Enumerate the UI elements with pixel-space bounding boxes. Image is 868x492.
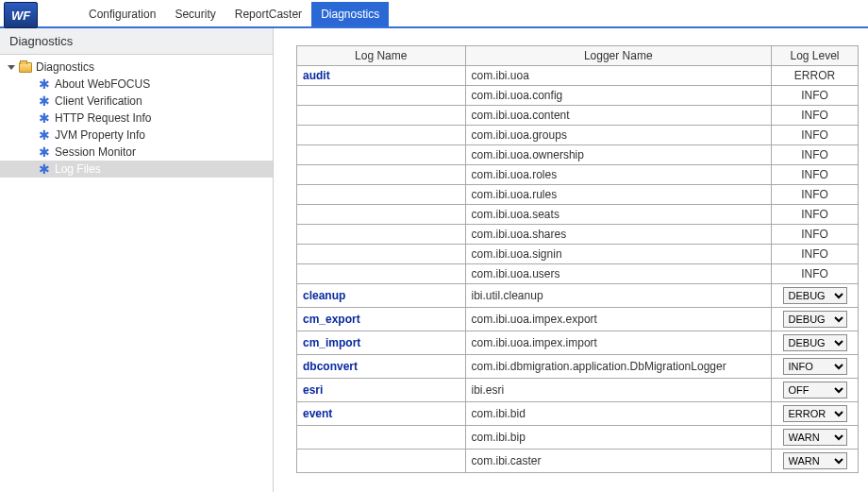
folder-icon (19, 62, 32, 73)
cell-logger-name: ibi.util.cleanup (465, 284, 772, 308)
app-logo: WF (4, 2, 38, 28)
tree-item[interactable]: About WebFOCUS (0, 76, 273, 93)
cell-log-name (297, 264, 466, 284)
log-level-select[interactable]: OFFERRORWARNINFODEBUGTRACE (783, 382, 847, 399)
tree-item-label: Log Files (55, 162, 101, 176)
log-level-select[interactable]: OFFERRORWARNINFODEBUGTRACE (783, 429, 847, 446)
cell-log-name (297, 205, 466, 225)
cell-log-name (297, 426, 466, 450)
cell-log-level: INFO (772, 225, 859, 245)
tree-item-label: HTTP Request Info (55, 111, 152, 125)
table-header-row: Log Name Logger Name Log Level (297, 46, 859, 66)
cell-logger-name: com.ibi.uoa.shares (465, 225, 772, 245)
cell-log-level: OFFERRORWARNINFODEBUGTRACE (772, 331, 859, 355)
cell-log-name (297, 145, 466, 165)
cell-log-name: cm_export (297, 308, 466, 331)
table-row: com.ibi.uoa.signinINFO (297, 245, 859, 264)
cell-log-level: INFO (772, 205, 859, 225)
cell-log-name: cleanup (297, 284, 466, 308)
cell-log-name: event (297, 402, 466, 426)
cell-log-level: INFO (772, 106, 859, 126)
col-header-log-name: Log Name (297, 46, 466, 66)
gear-icon (38, 94, 51, 108)
tree-item[interactable]: HTTP Request Info (0, 110, 273, 127)
col-header-log-level: Log Level (772, 46, 859, 66)
table-row: com.ibi.uoa.rulesINFO (297, 185, 859, 205)
menu-item-security[interactable]: Security (165, 2, 225, 26)
cell-logger-name: com.ibi.uoa.seats (465, 205, 772, 225)
cell-log-level: OFFERRORWARNINFODEBUGTRACE (772, 426, 859, 450)
cell-logger-name: com.ibi.uoa.groups (465, 126, 772, 145)
table-row: com.ibi.uoa.sharesINFO (297, 225, 859, 245)
gear-icon (38, 77, 51, 91)
tree-root[interactable]: Diagnostics (0, 59, 273, 76)
table-row: com.ibi.uoa.groupsINFO (297, 126, 859, 145)
log-table: Log Name Logger Name Log Level auditcom.… (296, 45, 859, 473)
table-row: cm_importcom.ibi.uoa.impex.importOFFERRO… (297, 331, 859, 355)
cell-logger-name: com.ibi.uoa.impex.import (465, 331, 772, 355)
menu-item-diagnostics[interactable]: Diagnostics (311, 2, 389, 26)
sidebar-title: Diagnostics (0, 28, 273, 55)
cell-logger-name: com.ibi.uoa.users (465, 264, 772, 284)
table-row: com.ibi.uoa.seatsINFO (297, 205, 859, 225)
menu-item-reportcaster[interactable]: ReportCaster (225, 2, 311, 26)
log-level-select[interactable]: OFFERRORWARNINFODEBUGTRACE (783, 358, 847, 375)
cell-log-level: INFO (772, 86, 859, 106)
cell-log-name (297, 126, 466, 145)
cell-log-level: INFO (772, 185, 859, 205)
cell-log-name (297, 185, 466, 205)
cell-logger-name: com.ibi.uoa.ownership (465, 145, 772, 165)
cell-log-level: INFO (772, 165, 859, 185)
table-row: dbconvertcom.ibi.dbmigration.application… (297, 355, 859, 379)
cell-log-name (297, 165, 466, 185)
table-row: eventcom.ibi.bidOFFERRORWARNINFODEBUGTRA… (297, 402, 859, 426)
cell-log-name (297, 225, 466, 245)
cell-log-level: OFFERRORWARNINFODEBUGTRACE (772, 284, 859, 308)
chevron-down-icon (8, 65, 15, 70)
table-row: cm_exportcom.ibi.uoa.impex.exportOFFERRO… (297, 308, 859, 331)
top-bar: WF ConfigurationSecurityReportCasterDiag… (0, 0, 868, 28)
log-level-select[interactable]: OFFERRORWARNINFODEBUGTRACE (783, 452, 847, 469)
cell-logger-name: com.ibi.bid (465, 402, 772, 426)
cell-log-level: OFFERRORWARNINFODEBUGTRACE (772, 402, 859, 426)
cell-logger-name: com.ibi.bip (465, 426, 772, 450)
tree-item[interactable]: JVM Property Info (0, 127, 273, 144)
cell-log-name: dbconvert (297, 355, 466, 379)
log-level-select[interactable]: OFFERRORWARNINFODEBUGTRACE (783, 287, 847, 304)
gear-icon (38, 128, 51, 142)
table-row: com.ibi.uoa.usersINFO (297, 264, 859, 284)
log-level-select[interactable]: OFFERRORWARNINFODEBUGTRACE (783, 405, 847, 422)
cell-log-name (297, 245, 466, 264)
cell-log-level: INFO (772, 264, 859, 284)
log-level-select[interactable]: OFFERRORWARNINFODEBUGTRACE (783, 334, 847, 351)
tree-item[interactable]: Log Files (0, 161, 273, 178)
tree-item[interactable]: Client Verification (0, 93, 273, 110)
cell-log-name: audit (297, 66, 466, 86)
cell-log-level: INFO (772, 145, 859, 165)
cell-log-level: OFFERRORWARNINFODEBUGTRACE (772, 450, 859, 473)
cell-logger-name: com.ibi.uoa.config (465, 86, 772, 106)
cell-logger-name: com.ibi.uoa (465, 66, 772, 86)
main-panel: Log Name Logger Name Log Level auditcom.… (274, 28, 868, 492)
cell-logger-name: com.ibi.caster (465, 450, 772, 473)
cell-logger-name: com.ibi.uoa.impex.export (465, 308, 772, 331)
table-row: com.ibi.casterOFFERRORWARNINFODEBUGTRACE (297, 450, 859, 473)
cell-log-name (297, 450, 466, 473)
sidebar: Diagnostics Diagnostics About WebFOCUSCl… (0, 28, 274, 492)
tree-item-label: About WebFOCUS (55, 77, 150, 91)
cell-log-level: OFFERRORWARNINFODEBUGTRACE (772, 355, 859, 379)
cell-logger-name: com.ibi.uoa.content (465, 106, 772, 126)
menu-item-configuration[interactable]: Configuration (79, 2, 165, 26)
tree-item-label: Client Verification (55, 94, 142, 108)
cell-log-level: ERROR (772, 66, 859, 86)
tree-root-label: Diagnostics (36, 60, 94, 74)
tree: Diagnostics About WebFOCUSClient Verific… (0, 55, 273, 181)
cell-log-level: INFO (772, 126, 859, 145)
tree-item-label: JVM Property Info (55, 128, 145, 142)
log-level-select[interactable]: OFFERRORWARNINFODEBUGTRACE (783, 311, 847, 328)
tree-item[interactable]: Session Monitor (0, 144, 273, 161)
gear-icon (38, 111, 51, 125)
col-header-logger-name: Logger Name (465, 46, 772, 66)
gear-icon (38, 145, 51, 159)
cell-log-name: esri (297, 379, 466, 402)
